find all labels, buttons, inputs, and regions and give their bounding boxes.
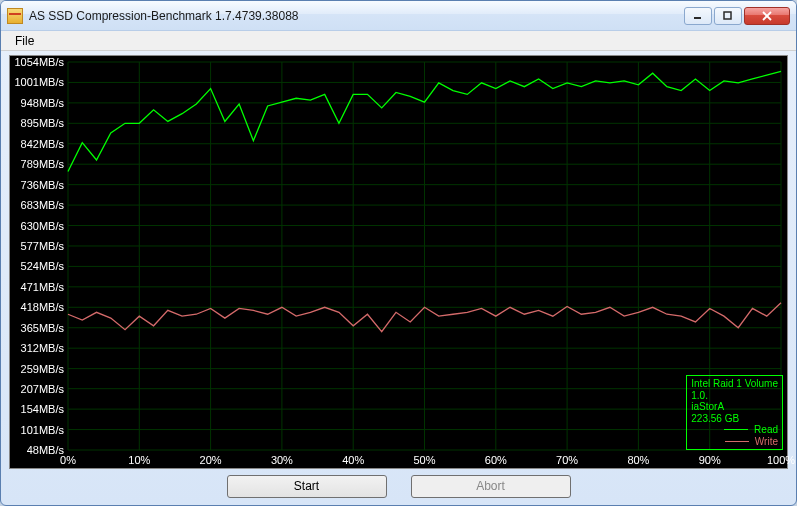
legend-read-line bbox=[724, 429, 748, 430]
y-tick-label: 418MB/s bbox=[21, 301, 64, 313]
abort-button[interactable]: Abort bbox=[411, 475, 571, 498]
legend-driver: iaStorA bbox=[691, 401, 778, 413]
window-title: AS SSD Compression-Benchmark 1.7.4739.38… bbox=[29, 9, 684, 23]
legend-capacity: 223.56 GB bbox=[691, 413, 778, 425]
close-button[interactable] bbox=[744, 7, 790, 25]
y-tick-label: 207MB/s bbox=[21, 383, 64, 395]
legend-write-line bbox=[725, 441, 749, 442]
x-tick-label: 50% bbox=[413, 454, 435, 466]
y-tick-label: 471MB/s bbox=[21, 281, 64, 293]
legend-write-row: Write bbox=[691, 436, 778, 448]
y-tick-label: 312MB/s bbox=[21, 342, 64, 354]
x-tick-label: 90% bbox=[699, 454, 721, 466]
x-tick-label: 80% bbox=[627, 454, 649, 466]
maximize-icon bbox=[723, 11, 733, 21]
y-tick-label: 48MB/s bbox=[27, 444, 64, 456]
button-row: Start Abort bbox=[1, 471, 796, 505]
legend-version: 1.0. bbox=[691, 390, 778, 402]
close-icon bbox=[762, 11, 772, 21]
app-window: AS SSD Compression-Benchmark 1.7.4739.38… bbox=[0, 0, 797, 506]
x-tick-label: 70% bbox=[556, 454, 578, 466]
menu-file[interactable]: File bbox=[7, 32, 42, 50]
x-tick-label: 100% bbox=[767, 454, 795, 466]
legend-read-label: Read bbox=[754, 424, 778, 436]
y-tick-label: 842MB/s bbox=[21, 138, 64, 150]
y-tick-label: 154MB/s bbox=[21, 403, 64, 415]
y-tick-label: 683MB/s bbox=[21, 199, 64, 211]
y-tick-label: 365MB/s bbox=[21, 322, 64, 334]
legend-box: Intel Raid 1 Volume 1.0. iaStorA 223.56 … bbox=[686, 375, 783, 450]
minimize-button[interactable] bbox=[684, 7, 712, 25]
app-icon bbox=[7, 8, 23, 24]
x-tick-label: 0% bbox=[60, 454, 76, 466]
x-tick-label: 20% bbox=[200, 454, 222, 466]
titlebar[interactable]: AS SSD Compression-Benchmark 1.7.4739.38… bbox=[1, 1, 796, 31]
legend-write-label: Write bbox=[755, 436, 778, 448]
y-tick-label: 1054MB/s bbox=[14, 56, 64, 68]
legend-read-row: Read bbox=[691, 424, 778, 436]
chart-svg bbox=[10, 56, 787, 468]
y-tick-label: 895MB/s bbox=[21, 117, 64, 129]
y-tick-label: 259MB/s bbox=[21, 363, 64, 375]
y-tick-label: 101MB/s bbox=[21, 424, 64, 436]
x-tick-label: 10% bbox=[128, 454, 150, 466]
svg-rect-1 bbox=[724, 12, 731, 19]
y-tick-label: 948MB/s bbox=[21, 97, 64, 109]
maximize-button[interactable] bbox=[714, 7, 742, 25]
x-tick-label: 40% bbox=[342, 454, 364, 466]
legend-device: Intel Raid 1 Volume bbox=[691, 378, 778, 390]
y-tick-label: 630MB/s bbox=[21, 220, 64, 232]
y-tick-label: 789MB/s bbox=[21, 158, 64, 170]
minimize-icon bbox=[693, 11, 703, 21]
y-tick-label: 1001MB/s bbox=[14, 76, 64, 88]
menubar: File bbox=[1, 31, 796, 51]
y-tick-label: 736MB/s bbox=[21, 179, 64, 191]
chart-area: Intel Raid 1 Volume 1.0. iaStorA 223.56 … bbox=[9, 55, 788, 469]
start-button[interactable]: Start bbox=[227, 475, 387, 498]
window-controls bbox=[684, 7, 790, 25]
y-tick-label: 577MB/s bbox=[21, 240, 64, 252]
y-tick-label: 524MB/s bbox=[21, 260, 64, 272]
x-tick-label: 30% bbox=[271, 454, 293, 466]
x-tick-label: 60% bbox=[485, 454, 507, 466]
